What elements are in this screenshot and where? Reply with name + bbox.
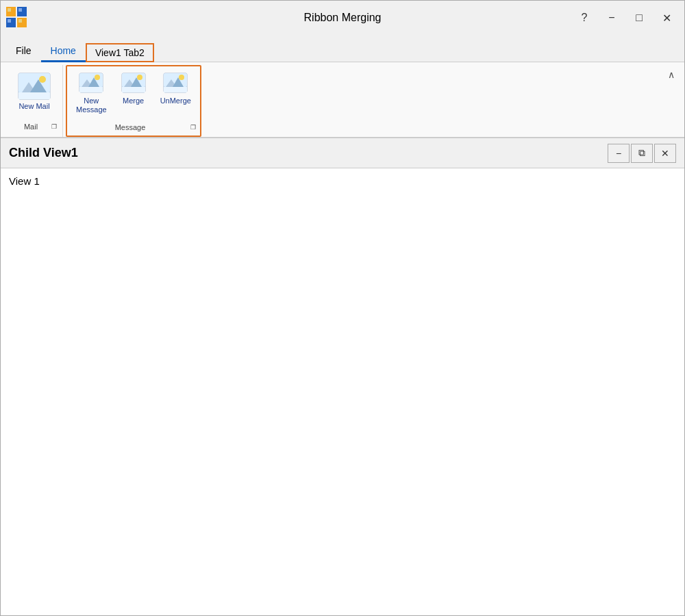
child-minimize-button[interactable]: − [608, 144, 630, 163]
app-icon [6, 7, 28, 29]
close-button[interactable]: ✕ [654, 8, 679, 28]
minimize-button[interactable]: − [599, 8, 624, 28]
child-restore-button[interactable]: ⧉ [631, 144, 653, 163]
merge-icon [121, 73, 146, 94]
svg-rect-5 [18, 8, 22, 12]
child-controls: − ⧉ ✕ [608, 144, 676, 163]
title-controls: ? − □ ✕ [572, 8, 679, 28]
window-title: Ribbon Merging [304, 12, 382, 24]
menu-view1tab2[interactable]: View1 Tab2 [86, 43, 154, 62]
message-expand-icon[interactable]: ❐ [190, 124, 196, 131]
menu-home[interactable]: Home [41, 41, 86, 62]
svg-rect-13 [18, 92, 50, 99]
new-mail-icon [18, 73, 51, 100]
help-button[interactable]: ? [572, 8, 597, 28]
new-message-icon [79, 73, 103, 94]
new-mail-label: New Mail [18, 102, 49, 111]
new-message-button[interactable]: New Message [71, 69, 112, 118]
ribbon: New Mail Mail ❐ [1, 62, 684, 138]
svg-point-18 [95, 75, 100, 80]
new-mail-button[interactable]: New Mail [12, 68, 57, 116]
menu-bar: File Home View1 Tab2 [1, 35, 684, 62]
svg-rect-31 [164, 87, 187, 92]
mail-expand-icon[interactable]: ❐ [51, 123, 57, 130]
merge-label: Merge [123, 97, 144, 105]
ribbon-group-message-wrapper: New Message Merge [66, 65, 201, 137]
svg-rect-7 [18, 19, 22, 23]
menu-file[interactable]: File [6, 41, 41, 62]
maximize-button[interactable]: □ [627, 8, 651, 28]
title-bar: Ribbon Merging ? − □ ✕ [1, 1, 684, 35]
svg-rect-25 [122, 87, 145, 92]
svg-rect-6 [8, 19, 11, 23]
child-content-text: View 1 [9, 175, 40, 187]
ribbon-collapse-button[interactable]: ∧ [664, 69, 679, 80]
child-titlebar: Child View1 − ⧉ ✕ [1, 138, 684, 168]
unmerge-icon [163, 73, 188, 94]
message-group-footer: Message ❐ [71, 120, 196, 136]
child-close-button[interactable]: ✕ [654, 144, 676, 163]
merge-button[interactable]: Merge [116, 69, 151, 109]
ribbon-group-mail-inner: New Mail [12, 68, 57, 119]
unmerge-button[interactable]: UnMerge [155, 69, 196, 109]
svg-point-12 [39, 76, 46, 83]
mail-group-footer: Mail ❐ [12, 119, 57, 134]
child-content: View 1 [1, 168, 684, 615]
svg-point-24 [137, 75, 142, 80]
child-window-title: Child View1 [9, 146, 608, 160]
svg-point-30 [179, 75, 184, 80]
svg-rect-19 [79, 87, 103, 92]
unmerge-label: UnMerge [160, 97, 191, 105]
svg-rect-4 [8, 8, 11, 12]
mail-group-label: Mail [12, 123, 50, 131]
ribbon-group-mail: New Mail Mail ❐ [6, 65, 63, 137]
message-group-label: Message [71, 123, 189, 131]
main-window: Ribbon Merging ? − □ ✕ File Home View1 T… [0, 0, 685, 616]
child-area: Child View1 − ⧉ ✕ View 1 [1, 138, 684, 615]
ribbon-group-message-box: New Message Merge [66, 65, 201, 137]
new-message-label: New Message [76, 97, 107, 114]
ribbon-group-message-inner: New Message Merge [71, 69, 196, 120]
